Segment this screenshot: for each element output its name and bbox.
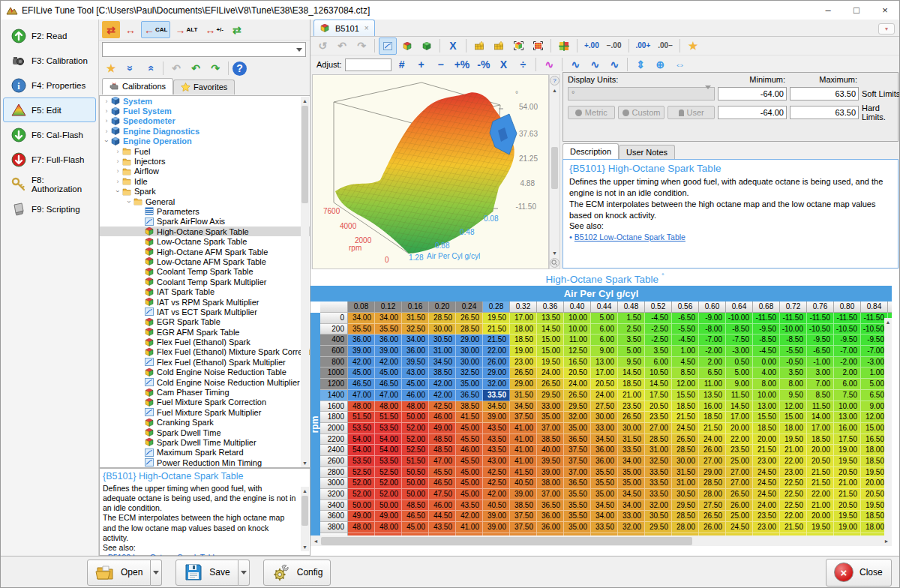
table-cell[interactable]: 34.00	[618, 500, 645, 512]
col-header[interactable]: 0.56	[672, 302, 699, 313]
table-cell[interactable]: 29.00	[699, 467, 726, 478]
sidebar-f6-cal-flash[interactable]: F6: Cal-Flash	[3, 122, 96, 147]
table-cell[interactable]: -5.50	[672, 324, 699, 335]
row-decimal-plus-icon[interactable]: .00+	[633, 38, 654, 55]
tree-chevron-icon[interactable]: ›	[114, 188, 122, 195]
undo-all-icon[interactable]: ↶	[167, 60, 185, 77]
tree-chevron-icon[interactable]: ›	[103, 117, 110, 124]
table-cell[interactable]: 46.00	[429, 500, 456, 512]
col-header[interactable]: 0.40	[564, 302, 591, 313]
sidebar-f9-scripting[interactable]: F9: Scripting	[3, 196, 96, 221]
table-cell[interactable]: 8.50	[672, 368, 699, 379]
col-header[interactable]: 0.48	[618, 302, 645, 313]
table-cell[interactable]: 43.00	[402, 368, 429, 379]
table-cell[interactable]: 54.00	[348, 434, 375, 446]
table-cell[interactable]: 39.50	[537, 456, 564, 467]
table-cell[interactable]: 35.50	[564, 489, 591, 500]
table-cell[interactable]: -4.50	[645, 313, 672, 324]
table-cell[interactable]: 14.50	[726, 401, 753, 412]
table-cell[interactable]: 4.00	[753, 368, 780, 379]
table-cell[interactable]: -9.00	[699, 313, 726, 324]
subtract-percent-icon[interactable]: -%	[474, 56, 493, 74]
tree-item-idle[interactable]: ›Idle	[100, 176, 310, 186]
table-cell[interactable]: 35.50	[564, 511, 591, 522]
table-cell[interactable]: -2.50	[645, 334, 672, 346]
table-cell[interactable]: 39.00	[348, 346, 375, 357]
table-cell[interactable]: 15.00	[537, 334, 564, 346]
table-cell[interactable]: 11.50	[807, 401, 834, 412]
tree-item-iat-vs-rpm-spark-multiplier[interactable]: IAT vs RPM Spark Multiplier	[100, 297, 310, 307]
table-cell[interactable]: 48.00	[402, 401, 429, 412]
table-cell[interactable]: 32.00	[564, 412, 591, 423]
table-cell[interactable]: 45.00	[348, 368, 375, 379]
table-cell[interactable]: -7.00	[699, 334, 726, 346]
tab-user-notes[interactable]: User Notes	[619, 145, 675, 160]
table-cell[interactable]: 36.50	[564, 478, 591, 489]
table-cell[interactable]: -9.50	[834, 334, 861, 346]
curve-view-icon[interactable]	[379, 38, 397, 55]
tree-item-flex-fuel-ethanol-spark[interactable]: Flex Fuel (Ethanol) Spark	[100, 337, 310, 346]
tree-item-system[interactable]: ›System	[100, 96, 310, 106]
table-cell[interactable]: 23.00	[780, 467, 807, 478]
col-header[interactable]: 0.32	[510, 302, 537, 313]
table-cell[interactable]: -8.50	[753, 334, 780, 346]
table-cell[interactable]: 37.00	[537, 423, 564, 434]
table-cell[interactable]: 3.50	[780, 368, 807, 379]
table-cell[interactable]: 39.00	[510, 489, 537, 500]
table-cell[interactable]: 34.00	[402, 334, 429, 346]
table-cell[interactable]: -10.50	[834, 324, 861, 335]
table-cell[interactable]: 42.50	[483, 478, 510, 489]
table-cell[interactable]: 15.50	[753, 412, 780, 423]
table-cell[interactable]: 53.50	[375, 423, 402, 434]
table-cell[interactable]: 1.00	[672, 346, 699, 357]
table-cell[interactable]: 8.00	[780, 379, 807, 390]
table-cell[interactable]: 24.50	[753, 467, 780, 478]
table-cell[interactable]: 2.00	[699, 357, 726, 368]
table-cell[interactable]: 24.50	[672, 423, 699, 434]
table-cell[interactable]: -8.50	[780, 334, 807, 346]
col-header[interactable]: 0.72	[780, 302, 807, 313]
tree-item-spark[interactable]: ›Spark	[100, 187, 310, 196]
table-cell[interactable]: 31.50	[672, 467, 699, 478]
col-header[interactable]: 0.76	[807, 302, 834, 313]
table-cell[interactable]: 26.50	[672, 434, 699, 446]
table-cell[interactable]: -3.00	[726, 346, 753, 357]
table-cell[interactable]: 29.50	[537, 390, 564, 401]
table-cell[interactable]: 24.00	[591, 390, 618, 401]
table-cell[interactable]: 48.50	[402, 500, 429, 512]
tree-chevron-icon[interactable]: ›	[114, 178, 122, 185]
tree-item-low-octane-afm-spark-table[interactable]: Low-Octane AFM Spark Table	[100, 256, 310, 266]
tree-item-egr-spark-table[interactable]: EGR Spark Table	[100, 317, 310, 327]
table-cell[interactable]: -11.50	[753, 313, 780, 324]
table-cell[interactable]: 50.00	[402, 412, 429, 423]
table-cell[interactable]: -9.50	[807, 334, 834, 346]
table-cell[interactable]: 46.00	[429, 412, 456, 423]
table-cell[interactable]: 18.50	[699, 412, 726, 423]
table-cell[interactable]: -0.50	[780, 357, 807, 368]
sidebar-f7-full-flash[interactable]: F7: Full-Flash	[3, 147, 96, 172]
table-cell[interactable]: 9.00	[591, 346, 618, 357]
table-cell[interactable]: 52.00	[375, 489, 402, 500]
table-cell[interactable]: 11.50	[726, 390, 753, 401]
table-cell[interactable]: 43.50	[429, 522, 456, 533]
table-cell[interactable]: 35.00	[564, 522, 591, 533]
row-header[interactable]: 1600	[320, 401, 348, 412]
row-header[interactable]: 3200	[320, 489, 348, 500]
table-cell[interactable]: 35.00	[564, 423, 591, 434]
table-cell[interactable]: 23.50	[645, 412, 672, 423]
table-cell[interactable]: 14.00	[807, 412, 834, 423]
heatmap-toggle-icon[interactable]	[555, 38, 573, 55]
table-cell[interactable]: 16.00	[699, 401, 726, 412]
table-cell[interactable]: 19.50	[537, 357, 564, 368]
table-cell[interactable]: 31.00	[672, 478, 699, 489]
table-cell[interactable]: 17.50	[834, 434, 861, 446]
table-cell[interactable]: 54.00	[375, 445, 402, 456]
table-cell[interactable]: 33.00	[618, 511, 645, 522]
row-header[interactable]: 0	[320, 313, 348, 324]
table-cell[interactable]: 49.00	[429, 423, 456, 434]
tree-scrollbar[interactable]: ▲ ▼	[301, 97, 309, 467]
table-cell[interactable]: 47.00	[375, 390, 402, 401]
row-header[interactable]: 2200	[320, 434, 348, 446]
table-cell[interactable]: 31.50	[618, 434, 645, 446]
table-cell[interactable]: 51.50	[348, 412, 375, 423]
